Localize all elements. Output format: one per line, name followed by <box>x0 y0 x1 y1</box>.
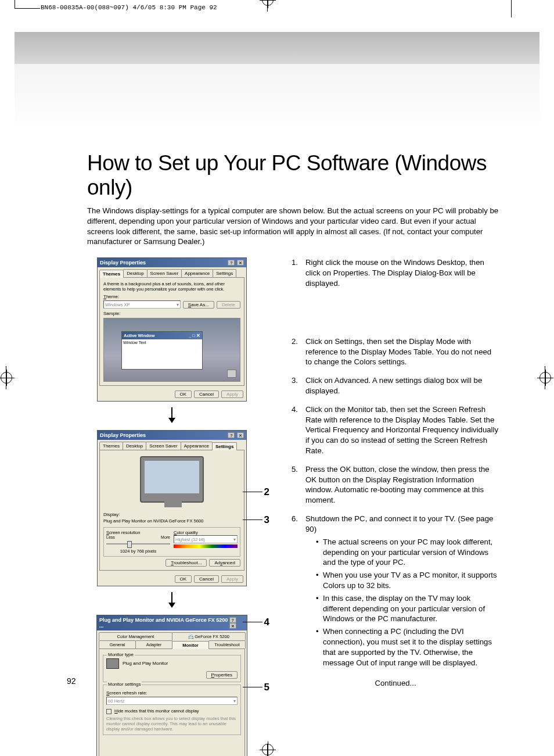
close-icon[interactable]: ✕ <box>237 260 244 266</box>
ok-button[interactable]: OK <box>175 390 192 398</box>
hide-modes-label: Hide modes that this monitor cannot disp… <box>114 708 199 714</box>
step-2: 2. Click on Settings, then set the Displ… <box>292 336 499 367</box>
theme-label: Theme: <box>103 294 240 299</box>
refresh-rate-select[interactable]: 60 Hertz ▾ <box>106 697 238 705</box>
tab-desktop[interactable]: Desktop <box>123 442 146 450</box>
step-number: 3. <box>292 375 305 396</box>
help-icon[interactable]: ? <box>229 617 236 623</box>
troubleshoot-button[interactable]: Troubleshoot... <box>166 559 207 567</box>
apply-button[interactable]: Apply <box>221 390 243 398</box>
tab-themes[interactable]: Themes <box>99 442 123 450</box>
sample-label: Sample: <box>103 311 240 316</box>
theme-description: A theme is a background plus a set of so… <box>103 281 240 292</box>
continued-label: Continued... <box>292 678 499 689</box>
dialog-title: Display Properties <box>100 260 146 266</box>
step-3: 3. Click on Advanced. A new settings dia… <box>292 375 499 396</box>
resolution-slider[interactable] <box>106 540 170 547</box>
step-number: 4. <box>292 404 305 456</box>
step-number: 6. <box>292 514 305 670</box>
bullet-item: The actual screens on your PC may look d… <box>316 537 499 568</box>
cancel-button[interactable]: Cancel <box>194 390 219 398</box>
monitor-type-value: Plug and Play Monitor <box>123 661 168 666</box>
display-label: Display: <box>103 512 240 517</box>
arrow-down-icon <box>87 592 257 608</box>
step-text: Click on Settings, then set the Display … <box>305 336 499 367</box>
step-text: Press the OK button, close the window, t… <box>305 464 499 506</box>
page-title: How to Set up Your PC Software (Windows … <box>87 151 499 200</box>
bullet-item: When connecting a PC (including the DVI … <box>316 626 499 668</box>
step-number: 1. <box>292 257 305 288</box>
step-text: Right click the mouse on the Windows Des… <box>305 257 499 288</box>
bullet-item: In this case, the display on the TV may … <box>316 593 499 624</box>
dialog-title: Plug and Play Monitor and NVIDIA GeForce… <box>99 617 229 629</box>
color-bar-icon <box>174 544 238 548</box>
monitor-preview-icon <box>140 456 204 503</box>
hide-modes-description: Clearing this check box allows you to se… <box>106 716 238 732</box>
monitor-properties-dialog: Plug and Play Monitor and NVIDIA GeForce… <box>96 615 247 756</box>
tab-themes[interactable]: Themes <box>99 270 124 278</box>
tab-color-management[interactable]: Color Management <box>99 632 172 640</box>
refresh-rate-label: Screen refresh rate: <box>106 690 238 696</box>
page-number: 92 <box>67 676 76 686</box>
tab-troubleshoot[interactable]: Troubleshoot <box>208 640 246 648</box>
step-text: Click on Advanced. A new settings dialog… <box>305 375 499 396</box>
color-select[interactable]: Highest (32 bit) ▾ <box>174 535 238 543</box>
close-icon[interactable]: ✕ <box>237 432 244 438</box>
cancel-button[interactable]: Cancel <box>194 575 219 583</box>
sample-preview: Active Window _ □ ✕ Window Text <box>103 318 240 382</box>
tab-general[interactable]: General <box>99 640 136 648</box>
step-text: Click on the Monitor tab, then set the S… <box>305 404 499 456</box>
ok-button[interactable]: OK <box>175 575 192 583</box>
hide-modes-checkbox[interactable] <box>106 709 111 714</box>
step-6: 6. Shutdown the PC, and connect it to yo… <box>292 514 499 670</box>
tab-monitor[interactable]: Monitor <box>172 641 209 649</box>
help-icon[interactable]: ? <box>228 260 235 266</box>
tab-desktop[interactable]: Desktop <box>123 269 147 277</box>
delete-button[interactable]: Delete <box>217 301 240 309</box>
resolution-label: Screen resolution <box>106 530 170 535</box>
display-value: Plug and Play Monitor on NVIDIA GeForce … <box>103 518 240 524</box>
step-5: 5. Press the OK button, close the window… <box>292 464 499 506</box>
screenshots-column: Display Properties ? ✕ Themes Desktop Sc… <box>87 257 257 756</box>
tab-appearance[interactable]: Appearance <box>181 442 213 450</box>
note-bullets: The actual screens on your PC may look d… <box>305 537 499 668</box>
steps-column: 1. Right click the mouse on the Windows … <box>292 257 499 756</box>
properties-button[interactable]: Properties <box>206 671 238 679</box>
callout-2: 2 <box>264 486 269 498</box>
tab-appearance[interactable]: Appearance <box>181 269 213 277</box>
step-number: 5. <box>292 464 305 506</box>
tab-settings[interactable]: Settings <box>213 269 236 277</box>
callout-5: 5 <box>264 682 269 693</box>
tab-screen-saver[interactable]: Screen Saver <box>146 442 181 450</box>
chevron-down-icon: ▾ <box>233 537 236 542</box>
print-header: BN68-00835A-00(088~097) 4/6/05 8:30 PM P… <box>41 4 217 11</box>
maximize-icon: □ <box>192 333 195 338</box>
more-label: More <box>161 535 170 539</box>
tab-adapter[interactable]: Adapter <box>135 640 172 648</box>
monitor-type-label: Monitor type <box>107 652 135 657</box>
close-icon: ✕ <box>196 333 200 338</box>
monitor-icon <box>106 658 119 669</box>
color-value: Highest (32 bit) <box>175 537 205 542</box>
save-as-button[interactable]: Save As... <box>183 301 214 309</box>
advanced-button[interactable]: Advanced <box>209 559 240 567</box>
callout-4: 4 <box>264 617 269 628</box>
callout-3: 3 <box>264 514 269 526</box>
recycle-bin-icon <box>227 370 236 378</box>
theme-select[interactable]: Windows XP ▾ <box>103 300 181 309</box>
step-4: 4. Click on the Monitor tab, then set th… <box>292 404 499 456</box>
display-properties-themes-dialog: Display Properties ? ✕ Themes Desktop Sc… <box>97 257 247 402</box>
tab-settings[interactable]: Settings <box>212 442 238 450</box>
chevron-down-icon: ▾ <box>233 698 236 704</box>
less-label: Less <box>106 535 115 539</box>
intro-text: The Windows display-settings for a typic… <box>87 206 499 247</box>
apply-button[interactable]: Apply <box>221 575 243 583</box>
chevron-down-icon: ▾ <box>177 302 179 307</box>
tab-screen-saver[interactable]: Screen Saver <box>147 269 182 277</box>
help-icon[interactable]: ? <box>228 432 235 438</box>
tab-geforce[interactable]: 📇 GeForce FX 5200 <box>172 632 246 640</box>
arrow-down-icon <box>87 407 257 423</box>
close-icon[interactable]: ✕ <box>229 623 236 629</box>
resolution-value: 1024 by 768 pixels <box>106 549 170 554</box>
monitor-settings-label: Monitor settings <box>107 682 142 687</box>
